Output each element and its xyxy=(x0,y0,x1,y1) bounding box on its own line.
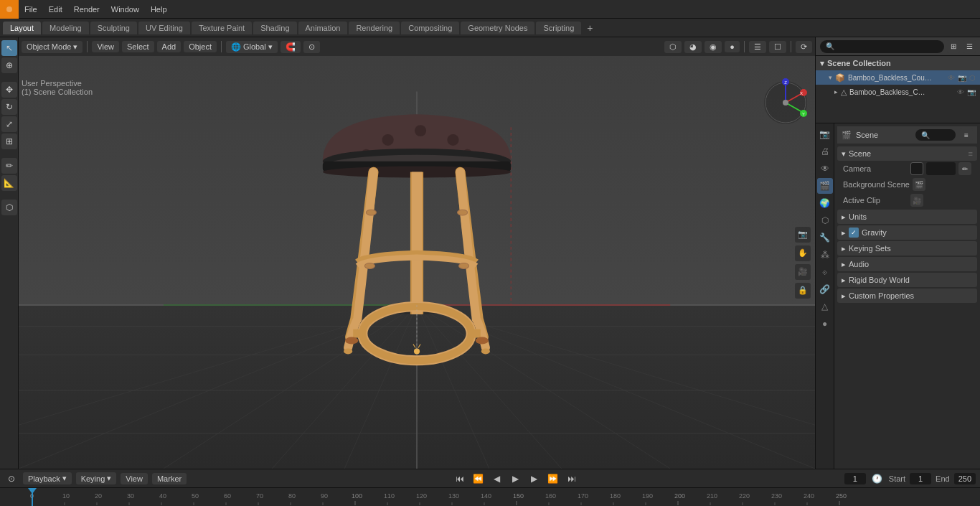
viewport-3d[interactable]: Object Mode ▾ View Select Add Object 🌐 G… xyxy=(19,37,815,469)
active-clip-icon[interactable]: 🎥 xyxy=(910,194,923,207)
proportional-btn[interactable]: ⊙ xyxy=(303,41,320,53)
menu-edit[interactable]: Edit xyxy=(43,0,68,18)
menu-help[interactable]: Help xyxy=(145,0,173,18)
view-menu[interactable]: View xyxy=(92,41,119,52)
prop-icon-modifier[interactable]: 🔧 xyxy=(817,230,833,245)
tool-scale[interactable]: ⤢ xyxy=(1,116,17,132)
viewport-canvas[interactable]: User Perspective (1) Scene Collection 📷 … xyxy=(19,56,815,469)
prop-icon-render[interactable]: 📷 xyxy=(817,126,833,142)
prop-icon-view[interactable]: 👁 xyxy=(817,161,833,177)
transform-selector[interactable]: 🌐 Global ▾ xyxy=(226,41,278,53)
outliner-filter-btn[interactable]: ⊞ xyxy=(947,40,960,53)
tab-sculpting[interactable]: Sculpting xyxy=(90,22,137,34)
prop-icon-particles[interactable]: ⁂ xyxy=(817,247,833,263)
shading-material[interactable]: ◉ xyxy=(705,41,722,53)
outliner-item-cam-0[interactable]: 📷 xyxy=(958,74,966,82)
gravity-section-header[interactable]: ▸ ✓ Gravity xyxy=(837,225,977,240)
tab-uv-editing[interactable]: UV Editing xyxy=(138,22,190,34)
jump-end-btn[interactable]: ⏭ xyxy=(565,472,579,486)
keying-btn[interactable]: Keying ▾ xyxy=(76,472,117,484)
outliner-item-render-0[interactable]: ⬡ xyxy=(969,74,976,82)
outliner-item-0[interactable]: ▾ 📦 Bamboo_Backless_Counter_S 👁 📷 ⬡ xyxy=(816,70,980,85)
playback-btn[interactable]: Playback ▾ xyxy=(23,472,72,484)
tab-shading[interactable]: Shading xyxy=(253,22,296,34)
next-frame-btn[interactable]: ⏩ xyxy=(546,472,560,486)
audio-header[interactable]: ▸ Audio xyxy=(837,257,977,271)
keying-sets-header[interactable]: ▸ Keying Sets xyxy=(837,241,977,256)
jump-start-btn[interactable]: ⏮ xyxy=(453,472,467,486)
custom-props-header[interactable]: ▸ Custom Properties xyxy=(837,289,977,303)
prop-icon-scene[interactable]: 🎬 xyxy=(817,178,833,194)
end-frame[interactable]: 250 xyxy=(954,473,976,484)
units-section-header[interactable]: ▸ Units xyxy=(837,210,977,224)
tab-rendering[interactable]: Rendering xyxy=(349,22,400,34)
tool-measure[interactable]: 📐 xyxy=(1,175,17,191)
tab-texture-paint[interactable]: Texture Paint xyxy=(192,22,252,34)
select-menu[interactable]: Select xyxy=(122,41,154,52)
tool-move[interactable]: ✥ xyxy=(1,82,17,98)
prop-icon-world[interactable]: 🌍 xyxy=(817,195,833,211)
add-workspace-button[interactable]: + xyxy=(583,21,597,35)
menu-render[interactable]: Render xyxy=(68,0,105,18)
menu-file[interactable]: File xyxy=(19,0,43,18)
prop-icon-output[interactable]: 🖨 xyxy=(817,144,833,159)
start-frame[interactable]: 1 xyxy=(910,473,931,484)
scene-section-options[interactable]: ≡ xyxy=(969,149,973,158)
add-menu[interactable]: Add xyxy=(157,41,182,52)
tab-geometry-nodes[interactable]: Geometry Nodes xyxy=(461,22,534,34)
gizmo-btn[interactable]: ⟳ xyxy=(796,41,812,53)
rigid-body-header[interactable]: ▸ Rigid Body World xyxy=(837,273,977,287)
prop-icon-constraints[interactable]: 🔗 xyxy=(817,281,833,297)
tab-animation[interactable]: Animation xyxy=(298,22,348,34)
tool-cursor[interactable]: ⊕ xyxy=(1,57,17,73)
outliner-item-eye-1[interactable]: 👁 xyxy=(957,88,964,96)
prev-frame-btn[interactable]: ⏪ xyxy=(471,472,486,486)
tool-annotate[interactable]: ✏ xyxy=(1,158,17,174)
next-keyframe-btn[interactable]: ▶ xyxy=(527,472,542,486)
marker-btn[interactable]: Marker xyxy=(152,473,187,484)
background-scene-icon[interactable]: 🎬 xyxy=(913,178,925,191)
prev-keyframe-btn[interactable]: ◀ xyxy=(490,472,504,486)
frame-clock-btn[interactable]: 🕐 xyxy=(870,472,885,486)
snap-btn[interactable]: 🧲 xyxy=(281,41,301,53)
camera-value[interactable] xyxy=(926,162,956,175)
tool-transform[interactable]: ⊞ xyxy=(1,133,17,149)
gizmo-hand[interactable]: ✋ xyxy=(795,245,811,261)
overlay-btn[interactable]: ☰ xyxy=(749,41,766,53)
tab-modeling[interactable]: Modeling xyxy=(42,22,89,34)
tab-scripting[interactable]: Scripting xyxy=(536,22,581,34)
prop-icon-material[interactable]: ● xyxy=(817,316,833,332)
menu-window[interactable]: Window xyxy=(105,0,145,18)
shading-wireframe[interactable]: ⬡ xyxy=(664,41,682,53)
gizmo-camera[interactable]: 📷 xyxy=(795,227,811,243)
tool-select[interactable]: ↖ xyxy=(1,40,17,56)
props-options-btn[interactable]: ≡ xyxy=(960,128,973,141)
object-menu[interactable]: Object xyxy=(184,41,217,52)
timeline-ruler[interactable]: 0 10 20 30 40 50 60 70 80 90 100 110 120 xyxy=(0,488,980,506)
gizmo-zoom-camera[interactable]: 🎥 xyxy=(795,264,811,280)
tab-layout[interactable]: Layout xyxy=(3,22,41,34)
timeline-view-btn[interactable]: View xyxy=(121,473,148,484)
outliner-scene-collection[interactable]: ▾ Scene Collection xyxy=(816,56,980,70)
gravity-checkbox[interactable]: ✓ xyxy=(849,228,859,238)
timeline-menu-btn[interactable]: ⊙ xyxy=(4,472,19,486)
tool-rotate[interactable]: ↻ xyxy=(1,99,17,115)
tool-add-cube[interactable]: ⬡ xyxy=(1,200,17,215)
shading-solid[interactable]: ◕ xyxy=(684,41,702,53)
prop-icon-physics[interactable]: ⟐ xyxy=(817,264,833,280)
tab-compositing[interactable]: Compositing xyxy=(401,22,459,34)
props-search[interactable]: 🔍 xyxy=(915,129,956,141)
outliner-item-cam-1[interactable]: 📷 xyxy=(967,88,976,96)
outliner-item-eye-0[interactable]: 👁 xyxy=(948,74,955,82)
gizmo-lock[interactable]: 🔒 xyxy=(795,283,811,299)
outliner-item-1[interactable]: ▸ △ Bamboo_Backless_Coun... 👁 📷 xyxy=(816,85,980,99)
shading-rendered[interactable]: ● xyxy=(725,41,740,52)
prop-icon-data[interactable]: △ xyxy=(817,299,833,314)
play-btn[interactable]: ▶ xyxy=(509,472,523,486)
mode-selector[interactable]: Object Mode ▾ xyxy=(22,41,83,53)
xray-btn[interactable]: ☐ xyxy=(769,41,786,53)
outliner-search[interactable]: 🔍 xyxy=(820,40,944,53)
current-frame[interactable]: 1 xyxy=(844,473,866,484)
outliner-options-btn[interactable]: ☰ xyxy=(963,40,976,53)
camera-edit-btn[interactable]: ✏ xyxy=(958,162,971,175)
